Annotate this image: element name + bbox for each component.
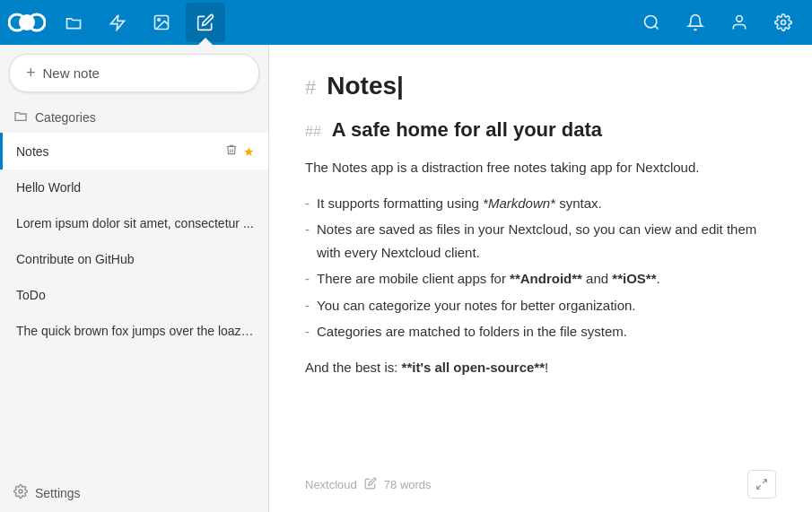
folder-icon bbox=[13, 108, 28, 126]
note-closing: And the best is: **it's all open-source*… bbox=[305, 356, 776, 379]
main: + New note Categories Notes ★ bbox=[0, 45, 812, 512]
expand-button[interactable] bbox=[747, 470, 776, 499]
notes-list: Notes ★ Hello World Lorem ipsum dolor si… bbox=[0, 133, 268, 349]
ios-bold: **iOS** bbox=[612, 271, 656, 286]
logo bbox=[9, 4, 45, 40]
settings-item[interactable]: Settings bbox=[0, 473, 268, 512]
bullet-3: There are mobile client apps for **Andro… bbox=[305, 265, 776, 292]
topbar-apps bbox=[54, 3, 632, 42]
svg-line-10 bbox=[763, 480, 766, 483]
note-label-quick-fox: The quick brown fox jumps over the loazy… bbox=[16, 324, 255, 338]
topbar-app-activity[interactable] bbox=[98, 3, 137, 42]
note-label-lorem: Lorem ipsum dolor sit amet, consectetur … bbox=[16, 216, 255, 230]
android-bold: **Android** bbox=[510, 271, 582, 286]
settings-label: Settings bbox=[35, 486, 81, 500]
bullet-5: Categories are matched to folders in the… bbox=[305, 318, 776, 345]
svg-point-5 bbox=[645, 16, 657, 28]
star-icon[interactable]: ★ bbox=[243, 144, 255, 159]
notifications-icon[interactable] bbox=[676, 3, 715, 42]
svg-line-11 bbox=[757, 485, 761, 489]
sidebar: + New note Categories Notes ★ bbox=[0, 45, 269, 512]
svg-point-7 bbox=[737, 16, 743, 22]
word-count: 78 words bbox=[384, 478, 740, 491]
note-label-todo: ToDo bbox=[16, 288, 255, 302]
note-item-contribute[interactable]: Contribute on GitHub bbox=[0, 241, 268, 277]
section-heading: A safe home for all your data bbox=[332, 118, 602, 142]
plus-icon: + bbox=[26, 64, 36, 82]
note-bullets: It supports formatting using *Markdown* … bbox=[305, 190, 776, 345]
note-label-contribute: Contribute on GitHub bbox=[16, 252, 255, 266]
note-label-hello-world: Hello World bbox=[16, 180, 255, 195]
hash-symbol: # bbox=[305, 76, 316, 100]
svg-line-6 bbox=[655, 26, 659, 30]
new-note-label: New note bbox=[43, 65, 100, 81]
note-item-hello-world[interactable]: Hello World bbox=[0, 169, 268, 205]
settings-icon bbox=[13, 484, 28, 501]
bullet-4: You can categorize your notes for better… bbox=[305, 292, 776, 319]
note-intro: The Notes app is a distraction free note… bbox=[305, 156, 776, 179]
topbar-app-files[interactable] bbox=[54, 3, 93, 42]
note-item-lorem[interactable]: Lorem ipsum dolor sit amet, consectetur … bbox=[0, 205, 268, 241]
topbar-app-photos[interactable] bbox=[142, 3, 181, 42]
svg-point-4 bbox=[158, 19, 161, 21]
edit-icon[interactable] bbox=[364, 477, 377, 492]
delete-icon[interactable] bbox=[225, 143, 238, 159]
note-item-todo[interactable]: ToDo bbox=[0, 277, 268, 313]
note-title-line: # Notes bbox=[305, 72, 776, 100]
nextcloud-logo bbox=[8, 10, 46, 35]
note-label-notes: Notes bbox=[16, 144, 225, 159]
note-author: Nextcloud bbox=[305, 478, 357, 491]
markdown-em: *Markdown* bbox=[483, 195, 555, 211]
note-title[interactable]: Notes bbox=[327, 72, 776, 100]
topbar bbox=[0, 0, 812, 45]
open-source-bold: **it's all open-source** bbox=[402, 360, 545, 375]
note-footer: Nextcloud 78 words bbox=[305, 470, 776, 499]
gear-icon[interactable] bbox=[764, 3, 803, 42]
topbar-app-notes[interactable] bbox=[186, 3, 225, 42]
bullet-2: Notes are saved as files in your Nextclo… bbox=[305, 216, 776, 265]
note-body: The Notes app is a distraction free note… bbox=[305, 156, 776, 378]
search-icon[interactable] bbox=[632, 3, 671, 42]
bullet-1: It supports formatting using *Markdown* … bbox=[305, 190, 776, 217]
contacts-icon[interactable] bbox=[720, 3, 759, 42]
note-actions-notes: ★ bbox=[225, 143, 255, 159]
svg-point-8 bbox=[781, 21, 786, 25]
note-section-title: ## A safe home for all your data bbox=[305, 118, 776, 142]
svg-point-9 bbox=[19, 490, 22, 493]
topbar-right bbox=[632, 3, 803, 42]
categories-label: Categories bbox=[35, 110, 96, 125]
new-note-button[interactable]: + New note bbox=[9, 54, 259, 92]
note-item-notes[interactable]: Notes ★ bbox=[0, 133, 268, 169]
note-content: # Notes ## A safe home for all your data… bbox=[269, 45, 812, 512]
note-item-quick-fox[interactable]: The quick brown fox jumps over the loazy… bbox=[0, 313, 268, 349]
hash-symbol2: ## bbox=[305, 124, 321, 140]
categories-item[interactable]: Categories bbox=[0, 101, 268, 133]
